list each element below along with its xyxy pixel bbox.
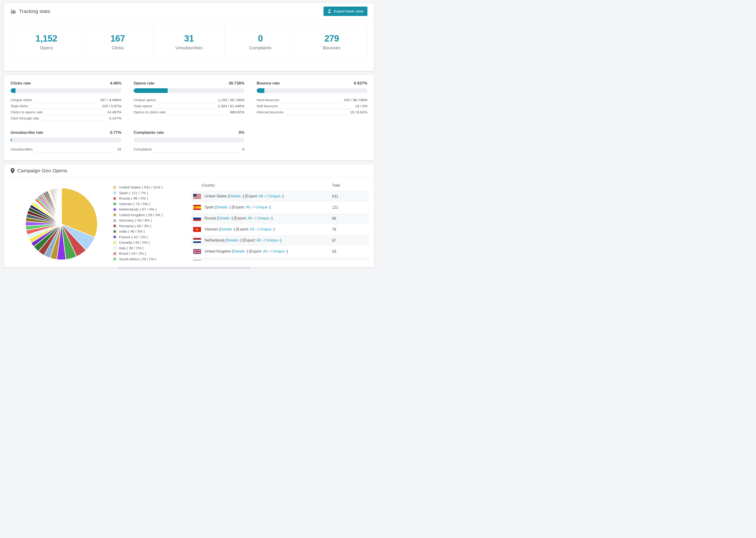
rate-detail-label: Total opens — [134, 104, 152, 108]
bracket-text: [Export: — [245, 194, 259, 198]
rate-progress-fill — [11, 137, 12, 142]
map-pin-icon — [11, 168, 15, 174]
geo-table-partial-row — [191, 257, 369, 260]
legend-swatch — [113, 213, 117, 217]
legend-label: Spain ( 121 / 7% ) — [119, 191, 148, 195]
rate-detail-label: Unique opens — [134, 98, 156, 102]
geo-country-cell: Spain [Details ›] [Export: All › / Uniqu… — [191, 202, 330, 213]
geo-table-row: Russia [Details ›] [Export: All › / Uniq… — [191, 213, 369, 224]
legend-item: Brazil ( 33 / 2% ) — [113, 251, 177, 256]
export-unique-link[interactable]: Unique › — [268, 194, 283, 198]
export-button-label: Export basic stats — [334, 9, 363, 13]
bracket-text: ] — [271, 216, 272, 220]
rate-block-clicks-rate: Clicks rate4.46%Unique clicks167 / 4.456… — [11, 81, 121, 122]
rates-grid: Clicks rate4.46%Unique clicks167 / 4.456… — [11, 81, 367, 153]
export-all-link[interactable]: All › — [263, 249, 270, 253]
rate-progress-track — [134, 137, 244, 142]
legend-swatch — [113, 191, 117, 194]
rate-title: Complaints rate — [134, 130, 164, 135]
rate-detail-value: 242 / 86.738% — [344, 98, 367, 102]
bracket-text: [Export: — [236, 227, 250, 231]
rate-detail-value: 1,152 / 30.736% — [218, 98, 244, 102]
rate-progress-track — [11, 88, 121, 93]
summary-stat-value: 167 — [82, 33, 153, 44]
rate-head: Complaints rate0% — [134, 130, 244, 135]
geo-content: United States ( 541 / 31% )Spain ( 121 /… — [4, 177, 374, 267]
rate-title: Unsubscribe rate — [11, 130, 43, 135]
legend-swatch — [113, 202, 117, 206]
rate-detail-row: Hard bounces242 / 86.738% — [257, 98, 367, 104]
rate-percent: 30.736% — [229, 81, 244, 86]
summary-stat-value: 31 — [153, 33, 225, 44]
rate-detail-label: Click through rate — [11, 116, 39, 120]
legend-item: Romania ( 49 / 3% ) — [113, 224, 177, 228]
rate-detail-label: Unique clicks — [11, 98, 32, 102]
details-link[interactable]: Details › — [227, 238, 241, 242]
bracket-text: ] — [243, 194, 245, 198]
country-name: United States — [204, 194, 228, 198]
rate-detail-rows: Unique clicks167 / 4.456%Total clicks220… — [11, 98, 121, 122]
legend-item: Spain ( 121 / 7% ) — [113, 191, 177, 195]
rate-title: Clicks rate — [11, 81, 31, 86]
legend-swatch — [113, 230, 117, 233]
export-all-link[interactable]: All › — [259, 194, 265, 198]
rate-detail-value: 4.147% — [109, 116, 121, 120]
rate-detail-value: 689.82% — [230, 110, 244, 114]
export-all-link[interactable]: All › — [246, 205, 252, 209]
export-unique-link[interactable]: Unique › — [255, 205, 270, 209]
rate-detail-row: Unique clicks167 / 4.456% — [11, 98, 121, 104]
legend-label: Canada ( 40 / 2% ) — [119, 241, 149, 244]
bracket-text: / — [252, 205, 255, 209]
rate-progress-track — [134, 88, 244, 93]
details-link[interactable]: Details › — [216, 205, 230, 209]
bracket-text: [Export: — [232, 205, 246, 209]
page-title-text: Tracking stats — [19, 9, 50, 14]
geo-country-cell: Russia [Details ›] [Export: All › / Uniq… — [191, 213, 330, 224]
summary-stat-box: 31Unsubscribes — [153, 25, 225, 61]
legend-swatch — [113, 241, 117, 244]
export-all-link[interactable]: All › — [248, 216, 254, 220]
details-link[interactable]: Details › — [229, 194, 243, 198]
legend-swatch — [113, 246, 117, 250]
details-link[interactable]: Details › — [218, 216, 232, 220]
country-name: United Kingdom — [204, 249, 232, 253]
details-link[interactable]: Details › — [220, 227, 234, 231]
rate-detail-row: Total opens2,303 / 61.446% — [134, 104, 244, 110]
rate-detail-label: Soft bounces — [257, 104, 278, 108]
summary-stat-value: 0 — [225, 33, 296, 44]
export-all-link[interactable]: All › — [250, 227, 257, 231]
export-unique-link[interactable]: Unique › — [266, 238, 280, 242]
summary-stat-box: 167Clicks — [82, 25, 153, 61]
rate-head: Opens rate30.736% — [134, 81, 244, 86]
legend-label: United Kingdom ( 59 / 3% ) — [119, 213, 163, 217]
rate-detail-row: Unique opens1,152 / 30.736% — [134, 98, 244, 104]
bracket-text: ] — [234, 227, 236, 231]
rate-block-unsubscribe-rate: Unsubscribe rate0.77%Unsubscribes31 — [11, 130, 121, 153]
rate-detail-value: 18 / 0% — [355, 104, 367, 108]
export-unique-link[interactable]: Unique › — [273, 249, 287, 253]
legend-swatch — [113, 197, 117, 200]
rate-head: Unsubscribe rate0.77% — [11, 130, 121, 135]
details-link[interactable]: Details › — [233, 249, 247, 253]
geo-total-cell — [330, 257, 369, 260]
dotted-leader — [281, 103, 342, 103]
export-icon — [328, 9, 332, 13]
export-unique-link[interactable]: Unique › — [260, 227, 274, 231]
rate-detail-label: Hard bounces — [257, 98, 279, 102]
dotted-leader — [167, 115, 228, 115]
geo-total-cell: 86 — [330, 213, 369, 224]
rate-progress-track — [257, 88, 367, 93]
bracket-text: [Export: — [234, 216, 248, 220]
geo-total-cell: 59 — [330, 246, 369, 257]
rate-detail-value: 2,303 / 61.446% — [218, 104, 244, 108]
export-basic-stats-button[interactable]: Export basic stats — [324, 7, 367, 16]
export-all-link[interactable]: All › — [256, 238, 263, 242]
flag-us-icon — [193, 194, 201, 199]
export-unique-link[interactable]: Unique › — [257, 216, 271, 220]
geo-total-cell: 541 — [330, 191, 369, 202]
geo-table-header-country: Country — [191, 181, 330, 191]
rate-block-opens-rate: Opens rate30.736%Unique opens1,152 / 30.… — [134, 81, 244, 122]
legend-item: United Kingdom ( 59 / 3% ) — [113, 213, 177, 217]
legend-label: South Africa ( 29 / 2% ) — [119, 257, 156, 261]
geo-total-cell: 67 — [330, 235, 369, 246]
